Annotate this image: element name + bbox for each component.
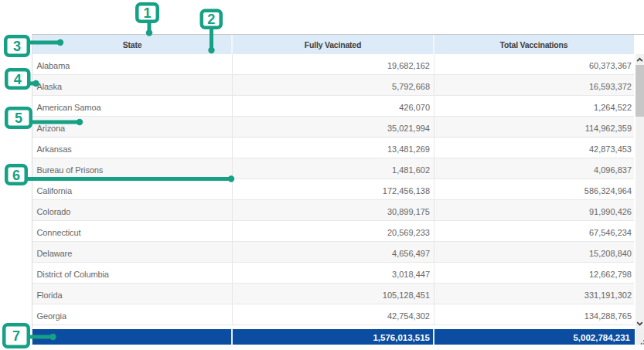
- svg-text:2: 2: [207, 12, 215, 27]
- svg-text:1: 1: [143, 5, 151, 21]
- svg-text:7: 7: [12, 328, 20, 344]
- svg-text:5: 5: [15, 110, 22, 126]
- svg-text:4: 4: [14, 72, 22, 87]
- svg-text:3: 3: [13, 39, 21, 54]
- svg-text:6: 6: [12, 168, 20, 183]
